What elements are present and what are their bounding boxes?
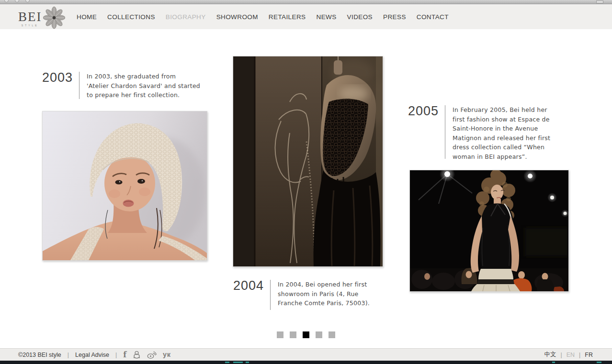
site-header: BEI STYLE [0, 5, 612, 29]
weibo-icon[interactable] [147, 351, 157, 359]
window-chip [596, 0, 603, 3]
nav-collections[interactable]: COLLECTIONS [107, 13, 155, 21]
pagination-dot-5[interactable] [329, 331, 335, 338]
footer: ©2013 BEI style | Legal Advise | f [0, 348, 612, 361]
pagination [0, 331, 612, 338]
photo-2004 [233, 56, 383, 267]
timeline-text-2004: In 2004, Bei opened her first showroom i… [278, 280, 393, 308]
timeline-text-2005: In February 2005, Bei held her first fas… [453, 105, 567, 161]
nav-biography[interactable]: BIOGRAPHY [166, 13, 206, 21]
lang-fr[interactable]: FR [585, 352, 593, 358]
main-nav: HOME COLLECTIONS BIOGRAPHY SHOWROOM RETA… [77, 5, 449, 29]
timeline-entry-2004: 2004 In 2004, Bei opened her first showr… [233, 279, 393, 310]
minimize-button[interactable] [15, 0, 19, 2]
timeline-text-2003: In 2003, she graduated from 'Atelier Cha… [87, 72, 221, 100]
lang-en[interactable]: EN [567, 352, 575, 358]
browser-window: BEI STYLE [0, 0, 612, 364]
separator: | [560, 352, 562, 358]
nav-showroom[interactable]: SHOWROOM [216, 13, 258, 21]
qq-icon[interactable] [133, 351, 141, 359]
divider [445, 105, 445, 159]
timeline-year-2005: 2005 [408, 104, 439, 119]
copyright: ©2013 BEI style [18, 352, 61, 358]
yk-icon[interactable]: ук [163, 351, 170, 358]
bottom-status-bar [0, 361, 612, 364]
timeline-entry-2003: 2003 In 2003, she graduated from 'Atelie… [42, 71, 221, 100]
logo-subtext: STYLE [22, 24, 39, 27]
photo-2005 [409, 170, 569, 292]
nav-press[interactable]: PRESS [383, 13, 406, 21]
close-button[interactable] [4, 0, 9, 2]
timeline-year-2003: 2003 [42, 71, 73, 85]
pagination-dot-4[interactable] [316, 331, 322, 338]
separator: | [68, 352, 69, 358]
lang-zh[interactable]: 中文 [544, 351, 556, 359]
facebook-icon[interactable]: f [123, 351, 126, 359]
photo-2003 [42, 111, 207, 261]
divider [270, 280, 271, 310]
nav-retailers[interactable]: RETAILERS [269, 13, 306, 21]
divider [79, 72, 79, 99]
window-titlebar [0, 0, 612, 4]
legal-advise-link[interactable]: Legal Advise [75, 352, 109, 358]
nav-news[interactable]: NEWS [316, 13, 336, 21]
zoom-button[interactable] [25, 0, 30, 2]
pagination-dot-1[interactable] [277, 331, 283, 338]
nav-contact[interactable]: CONTACT [417, 13, 449, 21]
pagination-dot-2[interactable] [290, 331, 296, 338]
separator: | [115, 352, 117, 358]
nav-videos[interactable]: VIDEOS [347, 13, 373, 21]
separator: | [579, 352, 580, 358]
flower-icon [43, 6, 65, 31]
timeline-entry-2005: 2005 In February 2005, Bei held her firs… [408, 104, 567, 161]
pagination-dot-3[interactable] [303, 331, 309, 338]
logo-text: BEI [18, 11, 42, 23]
timeline-year-2004: 2004 [233, 279, 264, 293]
nav-home[interactable]: HOME [77, 13, 97, 21]
logo[interactable]: BEI STYLE [18, 6, 65, 31]
